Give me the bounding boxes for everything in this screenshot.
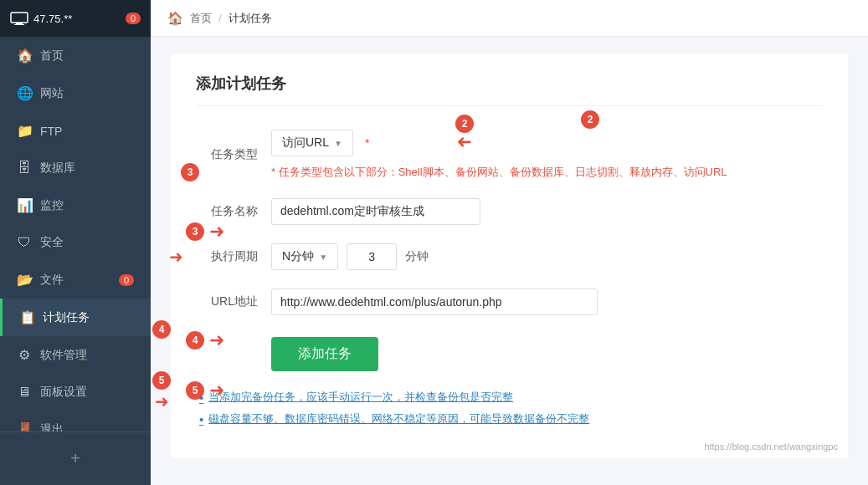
watermark: https://blog.csdn.net/wangxingpc [704,442,838,452]
sidebar: 47.75.** 0 🏠 首页 🌐 网站 📁 FTP 🗄 数据库 📊 监控 [0,0,151,485]
sidebar-item-label: 监控 [40,198,64,213]
sidebar-header-left: 47.75.** [10,12,72,25]
panel-icon: 🖥 [17,385,32,400]
sidebar-item-label: 退出 [40,422,64,432]
task-name-label: 任务名称 [196,204,271,219]
globe-icon: 🌐 [17,85,32,101]
exec-period-number[interactable] [347,243,397,270]
notice-list: • 当添加完备份任务，应该手动运行一次，并检查备份包是否完整 • 磁盘容量不够、… [196,390,823,426]
notice-item-2[interactable]: • 磁盘容量不够、数据库密码错误、网络不稳定等原因，可能导致数据备份不完整 [199,411,823,426]
sidebar-item-database[interactable]: 🗄 数据库 [0,150,151,186]
url-controls [271,288,598,315]
sidebar-item-ftp[interactable]: 📁 FTP [0,112,151,150]
url-label: URL地址 [196,294,271,309]
annotation-3-arrow: ➜ [169,247,183,267]
exec-period-row: ➜ 执行周期 N分钟 ▼ 分钟 [196,243,823,270]
sidebar-item-label: FTP [40,125,62,138]
url-row: 4 URL地址 [196,288,823,315]
svg-rect-2 [14,24,24,25]
files-icon: 📂 [17,272,32,288]
annotation-4: 4 [152,320,171,339]
breadcrumb-separator: / [218,12,222,24]
ip-label: 47.75.** [33,13,72,25]
url-input[interactable] [271,288,598,315]
files-badge: 0 [119,274,134,286]
topbar: 🏠 首页 / 计划任务 [151,0,868,37]
logout-icon: 🚪 [17,421,32,431]
home-icon: 🏠 [17,48,32,64]
svg-rect-1 [16,23,23,24]
chart-icon: 📊 [17,197,32,213]
sidebar-item-cron[interactable]: 📋 计划任务 [0,299,151,336]
exec-period-unit: 分钟 [405,249,429,264]
chevron-down-icon: ▼ [319,253,327,262]
add-button[interactable]: + [0,442,151,475]
main-content: 🏠 首页 / 计划任务 添加计划任务 2 ➜ 任务类型 访问URL [151,0,868,485]
add-btn-row: 5 ➜ 添加任务 [196,334,823,371]
sidebar-item-label: 计划任务 [43,310,90,325]
task-type-hint: * 任务类型包含以下部分：Shell脚本、备份网站、备份数据库、日志切割、释放内… [271,165,727,180]
header-badge: 0 [126,13,141,24]
notice-text-1: 当添加完备份任务，应该手动运行一次，并检查备份包是否完整 [208,390,513,405]
home-breadcrumb-icon: 🏠 [167,11,183,26]
sidebar-item-label: 网站 [40,86,64,101]
gear-icon: ⚙ [17,347,32,363]
monitor-icon [10,12,28,25]
sidebar-item-label: 文件 [40,273,64,288]
exec-period-dropdown[interactable]: N分钟 ▼ [271,243,338,270]
sidebar-item-panel[interactable]: 🖥 面板设置 [0,374,151,411]
task-type-label: 任务类型 [196,147,271,162]
task-type-dropdown[interactable]: 访问URL ▼ [271,130,353,156]
exec-period-controls: N分钟 ▼ 分钟 [271,243,429,270]
sidebar-item-monitor[interactable]: 📊 监控 [0,186,151,224]
task-type-controls: 访问URL ▼ * * 任务类型包含以下部分：Shell脚本、备份网站、备份数据… [271,130,823,180]
exec-period-value: N分钟 [282,249,314,264]
sidebar-item-software[interactable]: ⚙ 软件管理 [0,336,151,374]
task-name-input[interactable] [271,198,480,225]
sidebar-item-label: 面板设置 [40,385,87,400]
add-task-button[interactable]: 添加任务 [271,337,378,371]
sidebar-item-logout[interactable]: 🚪 退出 [0,411,151,431]
bullet-icon: • [199,412,203,426]
task-name-controls [271,198,480,225]
bullet-icon: • [199,391,203,405]
notice-item-1[interactable]: • 当添加完备份任务，应该手动运行一次，并检查备份包是否完整 [199,390,823,405]
ann2-circle: 2 [581,110,599,129]
page-card: 添加计划任务 2 ➜ 任务类型 访问URL ▼ * * 任务类型包含以 [171,54,848,458]
breadcrumb-home[interactable]: 首页 [190,11,212,26]
notice-text-2: 磁盘容量不够、数据库密码错误、网络不稳定等原因，可能导致数据备份不完整 [208,411,589,426]
content-area: 添加计划任务 2 ➜ 任务类型 访问URL ▼ * * 任务类型包含以 [151,37,868,485]
task-type-row: 任务类型 访问URL ▼ * * 任务类型包含以下部分：Shell脚本、备份网站… [196,130,823,180]
task-type-value: 访问URL [282,135,329,151]
cron-icon: 📋 [19,309,34,325]
chevron-down-icon: ▼ [334,139,342,148]
add-btn-controls: 添加任务 [271,334,378,371]
sidebar-nav: 🏠 首页 🌐 网站 📁 FTP 🗄 数据库 📊 监控 🛡 安全 [0,37,151,431]
required-star: * [365,136,369,150]
folder-icon: 📁 [17,123,32,139]
sidebar-header: 47.75.** 0 [0,0,151,37]
sidebar-item-label: 安全 [40,235,64,250]
sidebar-footer: + [0,431,151,485]
sidebar-item-files[interactable]: 📂 文件 0 ➜ [0,261,151,299]
sidebar-item-security[interactable]: 🛡 安全 [0,224,151,261]
svg-rect-0 [11,13,28,23]
sidebar-item-website[interactable]: 🌐 网站 [0,74,151,112]
sidebar-item-label: 数据库 [40,161,75,176]
sidebar-item-label: 软件管理 [40,348,87,363]
breadcrumb-current: 计划任务 [229,11,272,26]
sidebar-item-label: 首页 [40,48,64,64]
page-title: 添加计划任务 [196,74,823,106]
sidebar-item-home[interactable]: 🏠 首页 [0,37,151,74]
task-name-row: 任务名称 [196,198,823,225]
annotation-5: 5 ➜ [152,371,171,411]
database-icon: 🗄 [17,161,32,176]
shield-icon: 🛡 [17,235,32,250]
exec-period-label: 执行周期 [196,249,271,264]
